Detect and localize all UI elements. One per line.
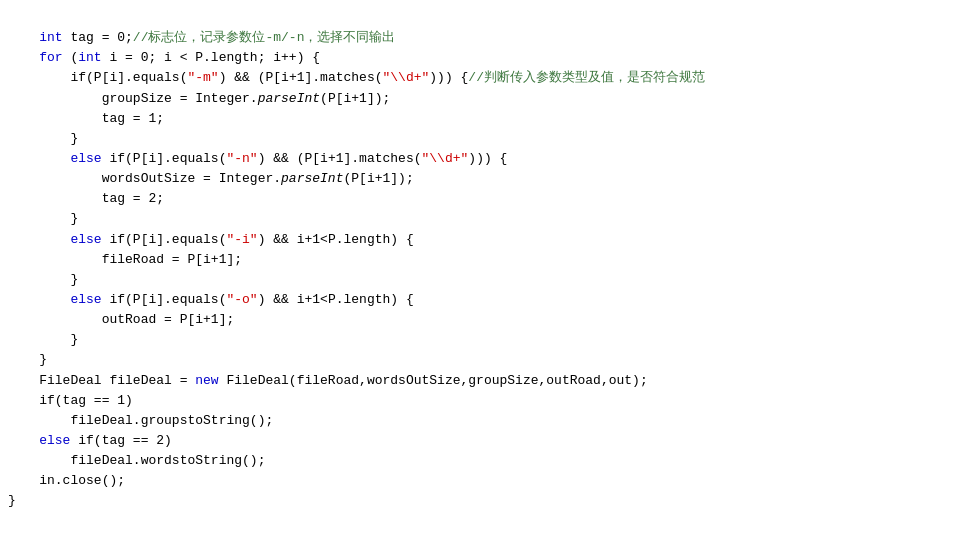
code-line: } xyxy=(8,350,951,370)
id-token: groupSize = Integer. xyxy=(102,91,258,106)
str-token: "\\d+" xyxy=(422,151,469,166)
id-token: ))) { xyxy=(429,70,468,85)
code-line: outRoad = P[i+1]; xyxy=(8,310,951,330)
method-token: parseInt xyxy=(258,91,320,106)
id-token: (P[i+1]); xyxy=(320,91,390,106)
kw-token: else xyxy=(39,433,70,448)
id-token: ( xyxy=(63,50,79,65)
id-token: fileDeal.groupstoString(); xyxy=(70,413,273,428)
id-token: } xyxy=(70,332,78,347)
id-token: ) && i+1<P.length) { xyxy=(258,232,414,247)
id-token: ) && (P[i+1].matches( xyxy=(258,151,422,166)
id-token: FileDeal fileDeal = xyxy=(39,373,195,388)
code-line: FileDeal fileDeal = new FileDeal(fileRoa… xyxy=(8,371,951,391)
id-token: } xyxy=(70,272,78,287)
id-token: fileDeal.wordstoString(); xyxy=(70,453,265,468)
code-line: tag = 1; xyxy=(8,109,951,129)
method-token: parseInt xyxy=(281,171,343,186)
code-line: fileDeal.groupstoString(); xyxy=(8,411,951,431)
code-line: if(P[i].equals("-m") && (P[i+1].matches(… xyxy=(8,68,951,88)
id-token: FileDeal(fileRoad,wordsOutSize,groupSize… xyxy=(219,373,648,388)
id-token: tag = 1; xyxy=(102,111,164,126)
id-token: outRoad = P[i+1]; xyxy=(102,312,235,327)
code-line: } xyxy=(8,270,951,290)
id-token: if(P[i].equals( xyxy=(102,292,227,307)
id-token: tag = 2; xyxy=(102,191,164,206)
kw-token: else xyxy=(70,151,101,166)
str-token: "\\d+" xyxy=(383,70,430,85)
id-token: (P[i+1]); xyxy=(343,171,413,186)
id-token: tag = 0; xyxy=(63,30,133,45)
code-line: else if(P[i].equals("-n") && (P[i+1].mat… xyxy=(8,149,951,169)
str-token: "-n" xyxy=(226,151,257,166)
id-token: if(P[i].equals( xyxy=(70,70,187,85)
str-token: "-m" xyxy=(187,70,218,85)
id-token: ) && (P[i+1].matches( xyxy=(219,70,383,85)
kw-token: new xyxy=(195,373,218,388)
code-line: } xyxy=(8,330,951,350)
kw-token: int xyxy=(78,50,101,65)
kw-token: else xyxy=(70,292,101,307)
code-line: fileDeal.wordstoString(); xyxy=(8,451,951,471)
str-token: "-o" xyxy=(226,292,257,307)
id-token: if(P[i].equals( xyxy=(102,151,227,166)
id-token: if(P[i].equals( xyxy=(102,232,227,247)
code-line: else if(P[i].equals("-i") && i+1<P.lengt… xyxy=(8,230,951,250)
code-line: for (int i = 0; i < P.length; i++) { xyxy=(8,48,951,68)
code-block: int tag = 0;//标志位，记录参数位-m/-n，选择不同输出 for … xyxy=(0,4,959,516)
code-line: groupSize = Integer.parseInt(P[i+1]); xyxy=(8,89,951,109)
code-line: } xyxy=(8,129,951,149)
code-line: int tag = 0;//标志位，记录参数位-m/-n，选择不同输出 xyxy=(8,28,951,48)
code-line: wordsOutSize = Integer.parseInt(P[i+1]); xyxy=(8,169,951,189)
code-line: tag = 2; xyxy=(8,189,951,209)
id-token: ))) { xyxy=(468,151,507,166)
kw-token: else xyxy=(70,232,101,247)
id-token: i = 0; i < P.length; i++) { xyxy=(102,50,320,65)
str-token: "-i" xyxy=(226,232,257,247)
id-token: } xyxy=(8,493,16,508)
id-token: if(tag == 1) xyxy=(39,393,133,408)
code-line: in.close(); xyxy=(8,471,951,491)
id-token: in.close(); xyxy=(39,473,125,488)
code-line: else if(P[i].equals("-o") && i+1<P.lengt… xyxy=(8,290,951,310)
code-line: else if(tag == 2) xyxy=(8,431,951,451)
id-token: } xyxy=(70,131,78,146)
code-line: } xyxy=(8,209,951,229)
kw-token: int xyxy=(39,30,62,45)
id-token: fileRoad = P[i+1]; xyxy=(102,252,242,267)
id-token: if(tag == 2) xyxy=(70,433,171,448)
id-token: ) && i+1<P.length) { xyxy=(258,292,414,307)
code-line: fileRoad = P[i+1]; xyxy=(8,250,951,270)
code-line: } xyxy=(8,491,951,511)
id-token: } xyxy=(70,211,78,226)
cm-token: //判断传入参数类型及值，是否符合规范 xyxy=(468,70,705,85)
cm-token: //标志位，记录参数位-m/-n，选择不同输出 xyxy=(133,30,396,45)
kw-token: for xyxy=(39,50,62,65)
id-token: } xyxy=(39,352,47,367)
id-token: wordsOutSize = Integer. xyxy=(102,171,281,186)
code-line: if(tag == 1) xyxy=(8,391,951,411)
